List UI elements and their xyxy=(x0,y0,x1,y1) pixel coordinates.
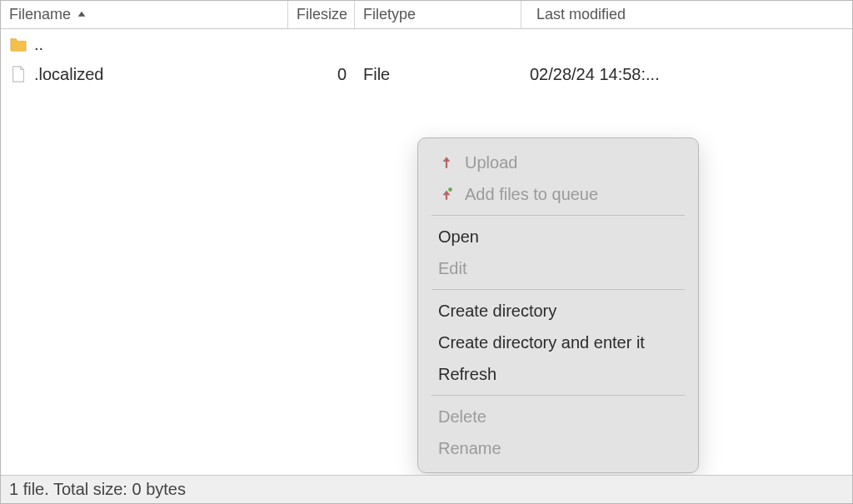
folder-icon xyxy=(9,35,27,53)
menu-item-upload-label: Upload xyxy=(465,153,517,172)
menu-item-edit-label: Edit xyxy=(438,259,466,278)
parent-directory-row[interactable]: .. xyxy=(1,29,852,59)
add-to-queue-icon xyxy=(438,186,455,202)
sort-ascending-icon xyxy=(76,9,87,21)
menu-item-open-label: Open xyxy=(438,227,479,247)
menu-item-create-directory-enter[interactable]: Create directory and enter it xyxy=(418,327,698,358)
column-header-filetype[interactable]: Filetype xyxy=(355,1,521,28)
menu-separator xyxy=(431,215,685,216)
menu-item-upload: Upload xyxy=(418,147,698,178)
file-size: 0 xyxy=(288,59,355,89)
menu-item-refresh-label: Refresh xyxy=(438,365,496,384)
menu-item-delete: Delete xyxy=(418,401,698,432)
menu-item-add-to-queue: Add files to queue xyxy=(418,178,698,210)
upload-arrow-icon xyxy=(438,154,455,171)
column-header-extra xyxy=(830,1,852,28)
menu-item-create-directory-label: Create directory xyxy=(438,302,556,321)
menu-separator xyxy=(431,289,685,290)
menu-separator xyxy=(431,395,685,396)
status-text: 1 file. Total size: 0 bytes xyxy=(9,480,186,499)
menu-item-delete-label: Delete xyxy=(438,407,486,427)
context-menu: Upload Add files to queue Open Edit xyxy=(417,137,699,473)
menu-item-refresh[interactable]: Refresh xyxy=(418,358,698,390)
menu-item-open[interactable]: Open xyxy=(418,221,698,252)
parent-directory-name: .. xyxy=(34,35,43,54)
column-header-filesize[interactable]: Filesize xyxy=(288,1,355,28)
file-name: .localized xyxy=(34,65,103,84)
column-header-filename-label: Filename xyxy=(9,6,71,23)
column-header-lastmodified-label: Last modified xyxy=(536,6,626,23)
file-type: File xyxy=(355,59,521,89)
column-header-filesize-label: Filesize xyxy=(297,6,347,23)
column-headers: Filename Filesize Filetype Last modified xyxy=(1,1,852,29)
column-header-filename[interactable]: Filename xyxy=(1,1,288,28)
menu-item-create-directory[interactable]: Create directory xyxy=(418,295,698,327)
file-icon xyxy=(9,65,27,83)
menu-item-edit: Edit xyxy=(418,252,698,284)
column-header-lastmodified[interactable]: Last modified xyxy=(521,1,830,28)
menu-item-rename: Rename xyxy=(418,432,698,464)
menu-item-rename-label: Rename xyxy=(438,439,501,458)
column-header-filetype-label: Filetype xyxy=(363,6,416,23)
file-list[interactable]: .. .localized 0 File 02/28/24 14:58:... xyxy=(1,29,852,475)
file-browser-panel: Filename Filesize Filetype Last modified xyxy=(0,0,853,504)
file-last-modified: 02/28/24 14:58:... xyxy=(521,59,830,89)
menu-item-create-directory-enter-label: Create directory and enter it xyxy=(438,333,645,352)
menu-item-add-to-queue-label: Add files to queue xyxy=(465,185,598,204)
status-bar: 1 file. Total size: 0 bytes xyxy=(1,475,852,503)
file-row[interactable]: .localized 0 File 02/28/24 14:58:... xyxy=(1,59,852,89)
